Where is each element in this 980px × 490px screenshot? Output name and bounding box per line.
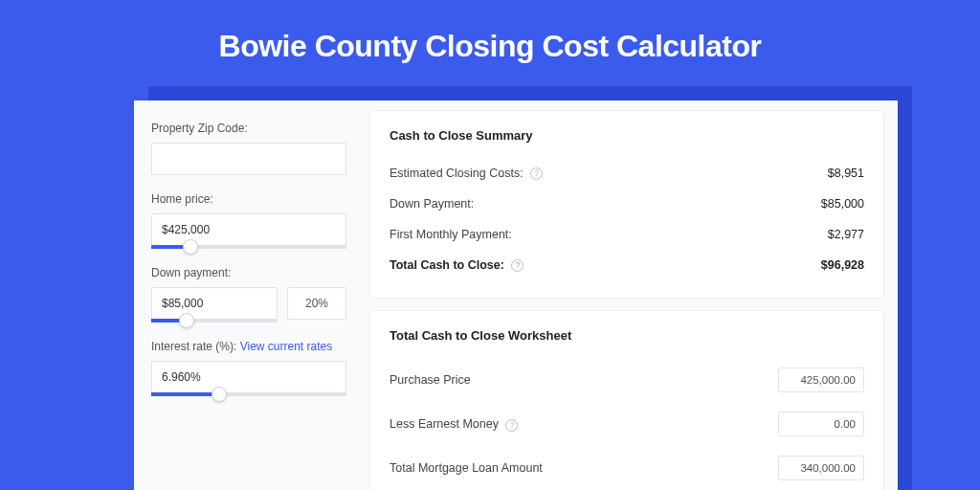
view-rates-link[interactable]: View current rates bbox=[240, 340, 333, 353]
summary-row-label: Down Payment: bbox=[390, 197, 474, 211]
home-price-input[interactable] bbox=[151, 213, 346, 246]
worksheet-value-input[interactable] bbox=[778, 412, 864, 436]
summary-card: Cash to Close Summary Estimated Closing … bbox=[369, 110, 884, 299]
summary-title: Cash to Close Summary bbox=[390, 128, 864, 143]
zip-label: Property Zip Code: bbox=[151, 122, 346, 135]
results-panel: Cash to Close Summary Estimated Closing … bbox=[364, 100, 898, 490]
summary-row: Estimated Closing Costs: ? $8,951 bbox=[390, 158, 864, 189]
slider-thumb[interactable] bbox=[212, 387, 227, 402]
worksheet-value-input[interactable] bbox=[778, 456, 864, 480]
zip-input[interactable] bbox=[151, 143, 346, 175]
interest-label: Interest rate (%): View current rates bbox=[151, 340, 346, 353]
calculator-card: Property Zip Code: Home price: Down paym… bbox=[134, 100, 898, 490]
interest-label-text: Interest rate (%): bbox=[151, 340, 236, 353]
summary-total-label: Total Cash to Close: bbox=[390, 258, 504, 272]
worksheet-row-label: Total Mortgage Loan Amount bbox=[390, 461, 543, 475]
help-icon[interactable]: ? bbox=[530, 167, 543, 180]
help-icon[interactable]: ? bbox=[511, 259, 523, 272]
zip-field-group: Property Zip Code: bbox=[151, 122, 346, 175]
home-price-field-group: Home price: bbox=[151, 192, 346, 249]
worksheet-value-input[interactable] bbox=[778, 368, 864, 392]
help-icon[interactable]: ? bbox=[505, 419, 518, 432]
down-payment-percent-input[interactable] bbox=[287, 287, 346, 320]
summary-total-row: Total Cash to Close: ? $96,928 bbox=[390, 250, 864, 280]
summary-row-label: Estimated Closing Costs: bbox=[390, 167, 523, 180]
summary-row-label: First Monthly Payment: bbox=[390, 228, 512, 241]
slider-thumb[interactable] bbox=[179, 313, 194, 328]
worksheet-title: Total Cash to Close Worksheet bbox=[390, 328, 864, 343]
home-price-label: Home price: bbox=[151, 192, 346, 206]
worksheet-row-label: Less Earnest Money bbox=[390, 417, 499, 431]
home-price-slider[interactable] bbox=[151, 245, 346, 249]
worksheet-row: Less Earnest Money ? bbox=[390, 402, 864, 446]
inputs-panel: Property Zip Code: Home price: Down paym… bbox=[134, 100, 364, 490]
summary-total-value: $96,928 bbox=[821, 258, 864, 272]
worksheet-row: Purchase Price bbox=[390, 358, 864, 402]
interest-input[interactable] bbox=[151, 361, 346, 393]
summary-row-value: $85,000 bbox=[821, 197, 864, 211]
slider-thumb[interactable] bbox=[183, 239, 198, 255]
summary-row-value: $2,977 bbox=[828, 228, 864, 241]
page-title: Bowie County Closing Cost Calculator bbox=[0, 0, 980, 83]
down-payment-slider[interactable] bbox=[151, 319, 278, 323]
worksheet-row: Total Mortgage Loan Amount bbox=[390, 446, 864, 490]
interest-slider[interactable] bbox=[151, 392, 346, 396]
worksheet-row-label: Purchase Price bbox=[390, 373, 471, 387]
worksheet-card: Total Cash to Close Worksheet Purchase P… bbox=[369, 310, 884, 490]
summary-row: Down Payment: $85,000 bbox=[390, 189, 864, 219]
summary-row-value: $8,951 bbox=[828, 167, 864, 180]
down-payment-label: Down payment: bbox=[151, 266, 346, 279]
down-payment-input[interactable] bbox=[151, 287, 278, 320]
down-payment-field-group: Down payment: bbox=[151, 266, 346, 323]
summary-row: First Monthly Payment: $2,977 bbox=[390, 219, 864, 250]
interest-field-group: Interest rate (%): View current rates bbox=[151, 340, 346, 396]
